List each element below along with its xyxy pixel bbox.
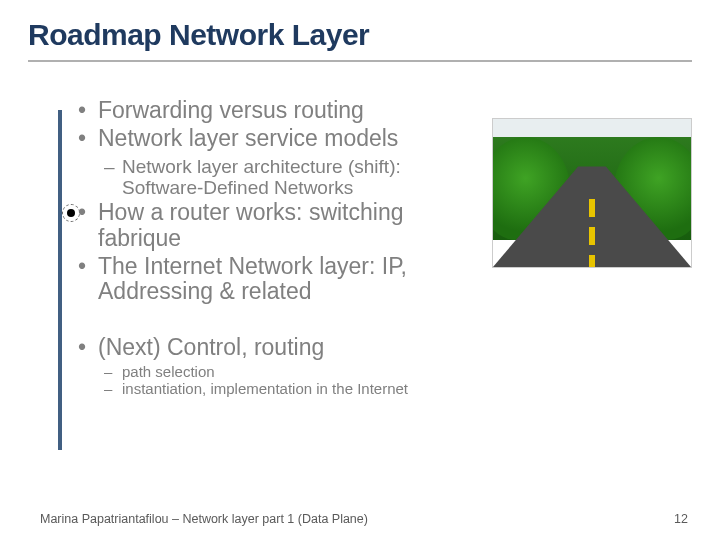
slide-title: Roadmap Network Layer [28,18,692,52]
content-area: Forwarding versus routing Network layer … [78,98,692,398]
bullet-next-control: (Next) Control, routing [78,335,462,361]
page-number: 12 [674,512,688,526]
slide: Roadmap Network Layer Forwarding versus … [0,0,720,540]
bullet-service-models: Network layer service models [78,126,462,152]
bullet-internet-layer: The Internet Network layer: IP, Addressi… [78,254,462,306]
footer: Marina Papatriantafilou – Network layer … [0,512,720,526]
title-underline [28,60,692,62]
footer-text: Marina Papatriantafilou – Network layer … [40,512,368,526]
subbullet-path-selection: path selection [78,363,462,381]
subbullet-sdn: Network layer architecture (shift): Soft… [78,156,462,199]
bullet-forwarding-vs-routing: Forwarding versus routing [78,98,462,124]
subbullet-instantiation: instantiation, implementation in the Int… [78,380,462,398]
bullet-router-works: How a router works: switching fabrique [78,200,462,252]
vertical-accent-bar [58,110,62,450]
